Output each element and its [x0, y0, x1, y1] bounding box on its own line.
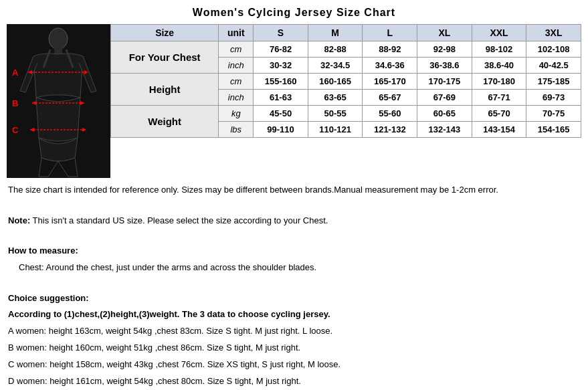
women-item: B women: height 160cm, weight 51kg ,ches…	[8, 341, 580, 355]
height-cm-l: 165-170	[363, 74, 417, 90]
col-unit: unit	[219, 25, 254, 41]
size-table: Size unit S M L XL XXL 3XL For Your Ches…	[110, 24, 581, 138]
weight-lbs-xl: 132-143	[417, 122, 472, 138]
svg-text:A: A	[12, 68, 19, 78]
women-item: C women: height 158cm, weight 43kg ,ches…	[8, 358, 580, 372]
notes-section: The size chart is intended for reference…	[7, 183, 581, 390]
weight-label: Weight	[111, 106, 219, 138]
col-size: Size	[111, 25, 219, 41]
weight-lbs-3xl: 154-165	[526, 122, 581, 138]
chest-cm-m: 82-88	[308, 41, 363, 58]
weight-kg-xl: 60-65	[417, 106, 472, 122]
height-label: Height	[111, 74, 219, 106]
weight-lbs-xxl: 143-154	[472, 122, 526, 138]
height-inch-l: 65-67	[363, 90, 417, 106]
chest-inch-m: 32-34.5	[308, 58, 363, 74]
height-inch-s: 61-63	[254, 90, 308, 106]
weight-kg-s: 45-50	[254, 106, 308, 122]
height-inch-unit: inch	[219, 90, 254, 106]
reference-note: The size chart is intended for reference…	[8, 183, 580, 197]
page-title: Women's Cylcing Jersey Size Chart	[7, 7, 581, 19]
col-l: L	[363, 25, 417, 41]
svg-point-1	[49, 28, 68, 50]
height-inch-m: 63-65	[308, 90, 363, 106]
col-m: M	[308, 25, 363, 41]
chest-inch-xxl: 38.6-40	[472, 58, 526, 74]
col-3xl: 3XL	[526, 25, 581, 41]
height-cm-m: 160-165	[308, 74, 363, 90]
height-inch-3xl: 69-73	[526, 90, 581, 106]
chest-inch-unit: inch	[219, 58, 254, 74]
col-xl: XL	[417, 25, 472, 41]
weight-kg-3xl: 70-75	[526, 106, 581, 122]
women-item: D women: height 161cm, weight 54kg ,ches…	[8, 375, 580, 389]
weight-kg-unit: kg	[219, 106, 254, 122]
weight-lbs-l: 121-132	[363, 122, 417, 138]
chest-cm-xl: 92-98	[417, 41, 472, 58]
chest-cm-3xl: 102-108	[526, 41, 581, 58]
chest-inch-l: 34.6-36	[363, 58, 417, 74]
height-cm-xxl: 170-180	[472, 74, 526, 90]
height-cm-unit: cm	[219, 74, 254, 90]
col-xxl: XXL	[472, 25, 526, 41]
weight-kg-m: 50-55	[308, 106, 363, 122]
weight-lbs-s: 99-110	[254, 122, 308, 138]
chest-cm-unit: cm	[219, 41, 254, 58]
svg-text:C: C	[12, 125, 19, 135]
col-s: S	[254, 25, 308, 41]
how-label: How to measure:	[8, 244, 580, 258]
height-inch-xxl: 67-71	[472, 90, 526, 106]
weight-kg-xxl: 65-70	[472, 106, 526, 122]
weight-lbs-unit: lbs	[219, 122, 254, 138]
how-chest: Chest: Around the chest, just under the …	[8, 261, 580, 275]
chest-cm-xxl: 98-102	[472, 41, 526, 58]
women-list: A women: height 163cm, weight 54kg ,ches…	[8, 324, 580, 390]
weight-lbs-m: 110-121	[308, 122, 363, 138]
model-image: A B C	[7, 24, 110, 178]
chest-cm-l: 88-92	[363, 41, 417, 58]
choice-bold: According to (1)chest,(2)height,(3)weigh…	[8, 308, 580, 322]
women-item: A women: height 163cm, weight 54kg ,ches…	[8, 324, 580, 338]
svg-text:B: B	[12, 98, 18, 108]
chest-inch-xl: 36-38.6	[417, 58, 472, 74]
svg-rect-2	[54, 47, 62, 54]
note-label: Note:	[8, 215, 30, 225]
height-inch-xl: 67-69	[417, 90, 472, 106]
chest-label: For Your Chest	[111, 41, 219, 74]
choice-label: Choice suggestion:	[8, 292, 580, 306]
height-cm-3xl: 175-185	[526, 74, 581, 90]
weight-kg-l: 55-60	[363, 106, 417, 122]
chest-inch-3xl: 40-42.5	[526, 58, 581, 74]
height-cm-xl: 170-175	[417, 74, 472, 90]
chest-cm-s: 76-82	[254, 41, 308, 58]
chest-inch-s: 30-32	[254, 58, 308, 74]
height-cm-s: 155-160	[254, 74, 308, 90]
note-line: Note: This isn't a standard US size. Ple…	[8, 214, 580, 228]
